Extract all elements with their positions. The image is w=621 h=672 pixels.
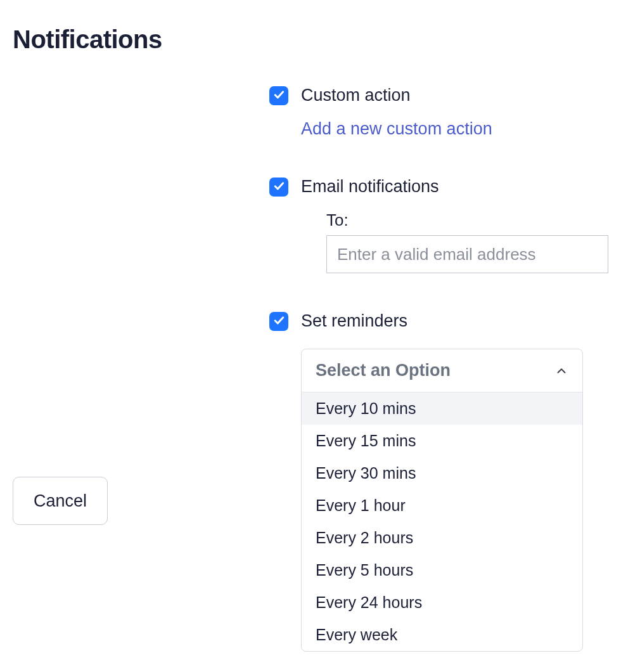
check-icon: [272, 314, 285, 329]
set-reminders-label: Set reminders: [301, 311, 407, 331]
reminder-option[interactable]: Every week: [302, 619, 582, 651]
chevron-up-icon: [554, 364, 568, 378]
email-notifications-label: Email notifications: [301, 177, 439, 197]
reminder-option[interactable]: Every 10 mins: [302, 392, 582, 425]
reminder-select[interactable]: Select an Option Every 10 mins Every 15 …: [301, 349, 583, 652]
reminder-option[interactable]: Every 2 hours: [302, 522, 582, 554]
check-icon: [272, 88, 285, 103]
reminder-option[interactable]: Every 15 mins: [302, 425, 582, 457]
custom-action-label: Custom action: [301, 86, 411, 105]
email-to-label: To:: [326, 210, 608, 230]
page-title: Notifications: [13, 25, 608, 54]
email-input[interactable]: [326, 235, 608, 273]
reminder-option[interactable]: Every 30 mins: [302, 457, 582, 489]
reminder-select-header[interactable]: Select an Option: [302, 349, 582, 392]
reminder-select-placeholder: Select an Option: [316, 361, 451, 380]
check-icon: [272, 179, 285, 195]
set-reminders-checkbox[interactable]: [269, 312, 288, 331]
reminder-option[interactable]: Every 1 hour: [302, 489, 582, 522]
reminder-options-list: Every 10 mins Every 15 mins Every 30 min…: [302, 392, 582, 651]
add-custom-action-link[interactable]: Add a new custom action: [301, 119, 492, 139]
reminder-option[interactable]: Every 5 hours: [302, 554, 582, 586]
reminder-option[interactable]: Every 24 hours: [302, 586, 582, 619]
custom-action-checkbox[interactable]: [269, 86, 288, 105]
email-notifications-checkbox[interactable]: [269, 178, 288, 197]
cancel-button[interactable]: Cancel: [13, 477, 108, 525]
